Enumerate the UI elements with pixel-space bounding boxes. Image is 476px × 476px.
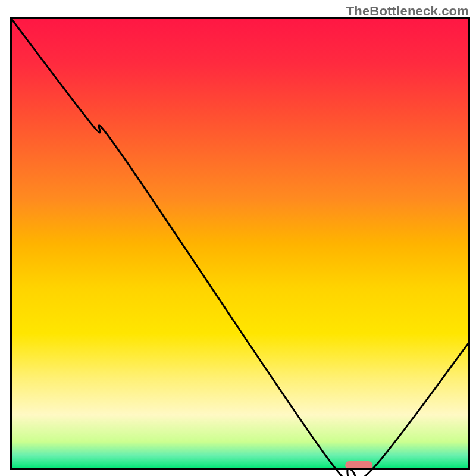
bottleneck-chart bbox=[0, 0, 476, 476]
plot-background bbox=[11, 18, 469, 469]
chart-container: { "watermark": "TheBottleneck.com", "col… bbox=[0, 0, 476, 476]
